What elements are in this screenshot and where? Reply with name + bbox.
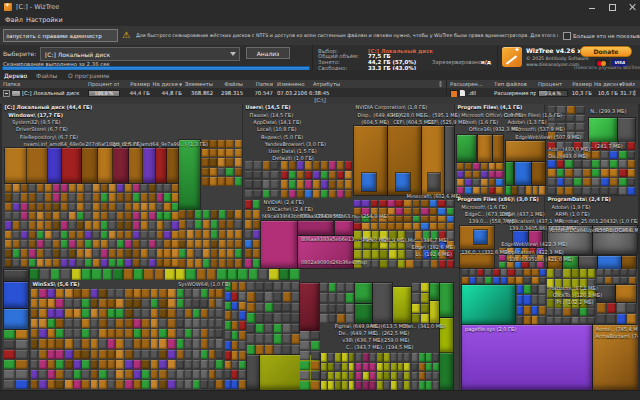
treemap-tile[interactable]: [31, 319, 39, 328]
treemap-tile[interactable]: [82, 299, 90, 308]
treemap-tile[interactable]: [335, 363, 341, 371]
treemap-tile[interactable]: [61, 193, 68, 201]
treemap-tile[interactable]: [426, 381, 432, 389]
treemap-tile[interactable]: [5, 203, 12, 211]
treemap-tile[interactable]: [349, 372, 355, 380]
treemap-tile[interactable]: [125, 360, 133, 369]
treemap-tile[interactable]: [77, 203, 84, 211]
treemap-tile[interactable]: [263, 190, 271, 199]
treemap-tile[interactable]: [574, 187, 582, 195]
treemap-tile[interactable]: [142, 380, 150, 389]
treemap-tile[interactable]: [210, 140, 217, 148]
treemap-tile[interactable]: [235, 240, 242, 249]
treemap-tile[interactable]: [235, 220, 242, 229]
treemap-tile[interactable]: [346, 293, 354, 302]
treemap-tile[interactable]: [226, 149, 233, 157]
treemap-tile[interactable]: [142, 309, 150, 318]
treemap-tile[interactable]: [412, 372, 418, 380]
treemap-tile[interactable]: [101, 249, 108, 257]
treemap-tile[interactable]: [13, 221, 20, 229]
treemap-tile[interactable]: [56, 309, 64, 318]
treemap-tile[interactable]: [362, 223, 369, 230]
treemap-tile[interactable]: [134, 309, 142, 318]
treemap-tile[interactable]: [433, 363, 439, 371]
treemap-tile[interactable]: [124, 269, 133, 280]
treemap-tile[interactable]: [300, 381, 309, 390]
treemap-tile[interactable]: [211, 259, 218, 268]
treemap-tile[interactable]: [125, 350, 133, 359]
treemap-tile[interactable]: [253, 200, 260, 209]
treemap-tile[interactable]: [134, 289, 142, 298]
treemap-tile[interactable]: [37, 184, 44, 192]
treemap-tile[interactable]: [281, 180, 288, 189]
treemap-tile[interactable]: [99, 339, 107, 348]
scrollbar[interactable]: ▲▼: [633, 89, 636, 96]
treemap-tile[interactable]: [349, 353, 355, 361]
treemap-tile[interactable]: [65, 339, 73, 348]
treemap-tile[interactable]: [159, 319, 167, 328]
treemap-tile[interactable]: [292, 313, 300, 323]
treemap-tile[interactable]: [77, 240, 84, 248]
treemap-tile[interactable]: [74, 329, 82, 338]
treemap-tile[interactable]: [583, 178, 591, 186]
treemap-tile[interactable]: [29, 212, 36, 220]
treemap-tile[interactable]: [398, 260, 406, 269]
treemap-tile[interactable]: [421, 200, 428, 207]
treemap-region[interactable]: [506, 141, 545, 161]
treemap-tile[interactable]: [388, 223, 395, 230]
treemap-tile[interactable]: [109, 249, 116, 257]
treemap-tile[interactable]: [391, 381, 397, 389]
treemap-tile[interactable]: [82, 350, 90, 359]
treemap-tile[interactable]: [547, 308, 554, 315]
treemap-tile[interactable]: [45, 212, 52, 220]
treemap-tile[interactable]: [597, 314, 606, 324]
treemap-tile[interactable]: [168, 309, 176, 318]
treemap-tile[interactable]: [329, 293, 337, 302]
treemap-tile[interactable]: [619, 178, 627, 186]
treemap-tile[interactable]: [219, 259, 226, 268]
treemap-tile[interactable]: [216, 350, 223, 359]
col-filetype[interactable]: Тип файлов: [494, 81, 534, 87]
treemap-tile[interactable]: [289, 161, 296, 170]
treemap-tile[interactable]: [576, 123, 584, 131]
treemap-tile[interactable]: [157, 231, 164, 239]
treemap-tile[interactable]: [218, 149, 225, 157]
treemap-region[interactable]: [362, 173, 376, 192]
treemap-tile[interactable]: [247, 334, 255, 344]
treemap-tile[interactable]: [210, 177, 217, 185]
treemap-region[interactable]: [532, 162, 545, 185]
treemap-region[interactable]: [4, 309, 28, 329]
treemap-tile[interactable]: [72, 269, 81, 280]
treemap-tile[interactable]: [517, 306, 524, 315]
treemap-tile[interactable]: [362, 200, 369, 207]
treemap-tile[interactable]: [406, 260, 413, 269]
treemap-tile[interactable]: [253, 220, 260, 229]
treemap-tile[interactable]: [37, 221, 44, 229]
treemap-tile[interactable]: [209, 380, 216, 389]
treemap-tile[interactable]: [532, 295, 539, 304]
treemap-tile[interactable]: [607, 303, 616, 313]
treemap-region[interactable]: [460, 253, 494, 267]
treemap-tile[interactable]: [239, 302, 245, 311]
treemap-tile[interactable]: [548, 187, 556, 195]
treemap-tile[interactable]: [628, 187, 636, 195]
treemap-region[interactable]: [445, 126, 454, 195]
treemap-tile[interactable]: [433, 372, 439, 380]
treemap-tile[interactable]: [211, 220, 218, 229]
treemap-tile[interactable]: [177, 319, 184, 328]
treemap-region[interactable]: [320, 283, 354, 323]
treemap-tile[interactable]: [117, 203, 124, 211]
treemap-tile[interactable]: [172, 221, 179, 229]
treemap-tile[interactable]: [74, 299, 82, 308]
treemap-tile[interactable]: [164, 203, 171, 211]
treemap-tile[interactable]: [134, 370, 142, 379]
treemap-tile[interactable]: [134, 329, 142, 338]
treemap-tile[interactable]: [354, 223, 361, 230]
treemap-tile[interactable]: [168, 380, 176, 389]
treemap-tile[interactable]: [419, 363, 425, 371]
treemap-tile[interactable]: [576, 106, 584, 114]
treemap-region[interactable]: [48, 148, 63, 182]
treemap-tile[interactable]: [485, 277, 492, 284]
treemap-tile[interactable]: [151, 370, 159, 379]
treemap-tile[interactable]: [555, 269, 562, 278]
